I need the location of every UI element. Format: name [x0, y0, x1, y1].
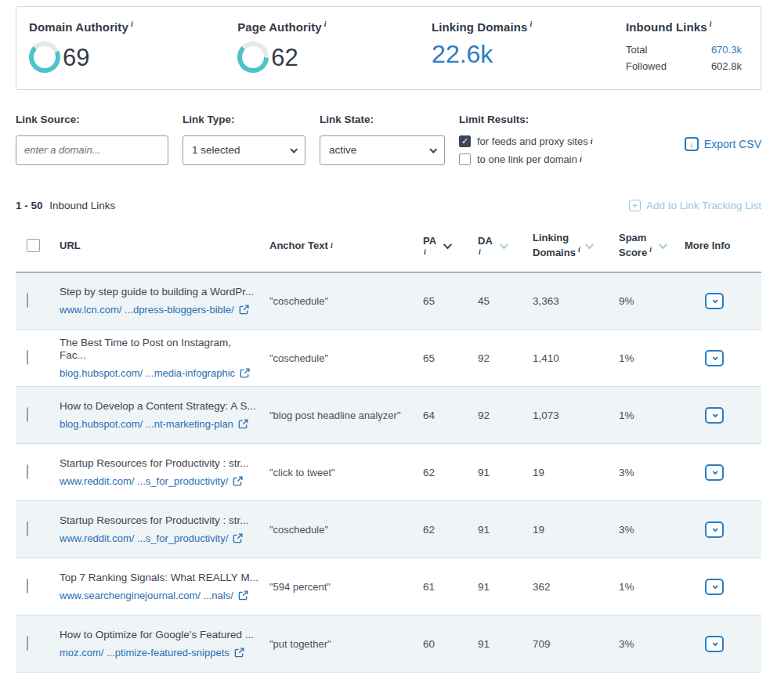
anchor-text: "put together": [269, 638, 423, 650]
row-checkbox[interactable]: [27, 293, 28, 308]
spam-score-value: 1%: [619, 352, 685, 364]
metric-title: Linking Domains: [432, 20, 626, 34]
linking-domains-value: 19: [533, 524, 619, 536]
anchor-text: "coschedule": [269, 352, 423, 364]
link-url[interactable]: moz.com/ ...ptimize-featured-snippets: [60, 647, 258, 659]
export-csv-button[interactable]: Export CSV: [685, 137, 761, 151]
chevron-down-icon: [712, 412, 717, 417]
table-row: How to Optimize for Google's Featured ..…: [16, 615, 761, 673]
sort-da-icon[interactable]: [500, 240, 508, 249]
linking-domains-value: 22.6k: [432, 41, 626, 67]
more-info-button[interactable]: [705, 350, 724, 366]
da-value: 91: [478, 467, 533, 478]
info-icon: [131, 20, 133, 28]
linking-domains-value: 362: [533, 581, 619, 593]
inbound-total-label: Total: [626, 41, 647, 58]
row-checkbox[interactable]: [27, 521, 28, 536]
limit-option[interactable]: for feeds and proxy sites: [459, 135, 592, 147]
spam-score-value: 3%: [619, 524, 685, 536]
column-spam-score[interactable]: Spam Score: [619, 232, 685, 259]
link-url[interactable]: blog.hubspot.com/ ...media-infographic: [60, 367, 258, 380]
metric-title: Inbound Links: [626, 20, 748, 34]
link-url-text: www.lcn.com/ ...dpress-bloggers-bible/: [60, 304, 234, 316]
add-to-tracking-button[interactable]: Add to Link Tracking List: [629, 200, 761, 211]
row-checkbox[interactable]: [27, 464, 28, 479]
link-state-value: active: [329, 144, 356, 156]
pa-value: 65: [423, 352, 478, 364]
link-title: The Best Time to Post on Instagram, Fac.…: [60, 337, 258, 362]
more-info-button[interactable]: [705, 521, 724, 538]
row-checkbox[interactable]: [27, 636, 28, 651]
metrics-bar: Domain Authority 69 Page Authority 62 Li…: [16, 6, 761, 90]
table-row: How to Develop a Content Strategy: A S..…: [16, 387, 761, 444]
external-link-icon: [240, 368, 250, 378]
limit-results-options: for feeds and proxy sites to one link pe…: [459, 135, 592, 165]
pa-value: 62: [423, 524, 478, 536]
da-value: 92: [478, 352, 533, 364]
link-url[interactable]: www.lcn.com/ ...dpress-bloggers-bible/: [60, 304, 258, 316]
link-url[interactable]: blog.hubspot.com/ ...nt-marketing-plan: [60, 418, 258, 431]
table-row: Top 7 Ranking Signals: What REALLY M... …: [16, 558, 761, 615]
metric-page-authority: Page Authority 62: [237, 18, 432, 73]
external-link-icon: [238, 590, 248, 601]
info-icon: [331, 241, 333, 250]
link-url[interactable]: www.reddit.com/ ...s_for_productivity/: [60, 532, 258, 545]
link-url[interactable]: www.reddit.com/ ...s_for_productivity/: [60, 475, 258, 488]
inbound-total-row: Total 670.3k: [626, 41, 742, 58]
chevron-down-icon: [712, 469, 717, 474]
column-da[interactable]: DA: [478, 236, 533, 256]
sort-spam-score-icon[interactable]: [659, 240, 667, 249]
metric-inbound-links: Inbound Links Total 670.3k Followed 602.…: [626, 18, 748, 75]
linking-domains-value: 1,073: [533, 410, 619, 421]
spam-score-value: 3%: [619, 467, 685, 478]
metric-title: Domain Authority: [29, 20, 237, 34]
inbound-followed-value: 602.8k: [711, 58, 742, 74]
spam-score-value: 9%: [619, 295, 685, 307]
page-authority-gauge: [237, 41, 269, 73]
external-link-icon: [233, 476, 243, 486]
info-icon: [649, 245, 652, 254]
checkbox-label: to one link per domain: [477, 153, 577, 165]
column-anchor-text: Anchor Text: [269, 240, 423, 251]
link-source-input[interactable]: [16, 135, 168, 165]
more-info-button[interactable]: [705, 636, 724, 652]
more-info-button[interactable]: [705, 579, 724, 595]
sort-linking-domains-icon[interactable]: [585, 240, 594, 249]
row-checkbox[interactable]: [27, 407, 28, 422]
select-all-checkbox[interactable]: [27, 239, 40, 252]
da-value: 91: [478, 524, 533, 536]
metric-linking-domains: Linking Domains 22.6k: [432, 18, 626, 67]
row-checkbox[interactable]: [27, 579, 28, 594]
chevron-down-icon: [712, 355, 717, 360]
column-linking-domains[interactable]: Linking Domains: [533, 232, 619, 259]
spam-score-value: 3%: [619, 638, 685, 650]
more-info-button[interactable]: [705, 464, 724, 481]
column-more-info: More Info: [685, 240, 761, 251]
info-icon: [324, 20, 327, 28]
column-url: URL: [60, 240, 269, 251]
list-header: 1 - 50 Inbound Links Add to Link Trackin…: [16, 200, 761, 212]
domain-authority-gauge: [29, 41, 60, 73]
link-url-text: blog.hubspot.com/ ...nt-marketing-plan: [60, 418, 233, 431]
checkbox[interactable]: [459, 153, 471, 165]
table-row: Step by step guide to building a WordPr.…: [16, 272, 761, 330]
row-checkbox[interactable]: [27, 350, 28, 365]
more-info-button[interactable]: [705, 293, 724, 309]
column-pa[interactable]: PA: [423, 236, 478, 256]
result-range: 1 - 50 Inbound Links: [16, 200, 115, 211]
limit-option[interactable]: to one link per domain: [459, 153, 592, 165]
filters-bar: Link Source: Link Type: 1 selected Link …: [16, 114, 761, 171]
add-to-tracking-label: Add to Link Tracking List: [646, 200, 761, 211]
link-url-text: www.reddit.com/ ...s_for_productivity/: [60, 532, 228, 545]
link-url[interactable]: www.searchenginejournal.com/ ...nals/: [60, 590, 258, 602]
more-info-button[interactable]: [705, 407, 724, 424]
export-icon: [685, 137, 699, 151]
anchor-text: "click to tweet": [269, 467, 423, 478]
inbound-followed-label: Followed: [626, 58, 667, 74]
table-row: Startup Resources for Productivity : str…: [16, 501, 761, 558]
checkbox[interactable]: [459, 135, 471, 147]
link-type-select[interactable]: 1 selected: [183, 135, 305, 165]
link-state-select[interactable]: active: [320, 135, 445, 165]
da-value: 91: [478, 638, 533, 650]
sort-pa-icon[interactable]: [443, 240, 452, 249]
